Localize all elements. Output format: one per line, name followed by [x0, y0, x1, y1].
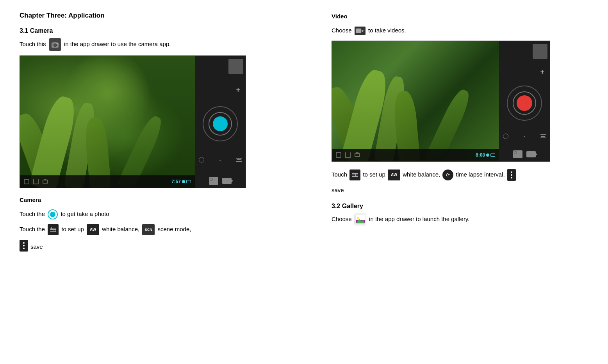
- svg-rect-17: [355, 174, 356, 176]
- settings-icon: [48, 224, 59, 235]
- camera-controls: + -: [195, 56, 246, 188]
- camera-app-icon: [49, 38, 61, 51]
- svg-point-21: [357, 217, 359, 219]
- scene-mode-icon: SCN: [142, 224, 155, 235]
- camera-settings-desc: Touch the to set up AW white balance, SC…: [20, 224, 276, 235]
- gallery-choose-paragraph: Choose in the app drawer to launch the g…: [332, 214, 588, 225]
- three-dots-icon: [20, 240, 28, 252]
- camera-view: 7:57: [20, 56, 195, 188]
- svg-point-2: [54, 44, 56, 46]
- svg-rect-3: [53, 42, 57, 43]
- svg-rect-10: [55, 230, 56, 232]
- section-31-heading: 3.1 Camera: [20, 27, 276, 34]
- camera-intro-paragraph: Touch this in the app drawer to use the …: [20, 38, 276, 51]
- shutter-button-icon: [48, 209, 58, 219]
- video-camera-view: 8:08: [332, 41, 499, 161]
- svg-marker-12: [362, 29, 364, 32]
- video-mode-icon: [355, 27, 366, 35]
- video-save-label: save: [332, 186, 588, 195]
- three-dots-save: save: [20, 240, 276, 252]
- video-settings-icon: [349, 170, 360, 180]
- video-wb-icon: AW: [388, 170, 400, 180]
- video-choose-paragraph: Choose to take videos.: [332, 26, 588, 35]
- column-divider: [304, 8, 304, 260]
- svg-rect-4: [57, 43, 58, 44]
- white-balance-icon: AW: [87, 224, 99, 235]
- time-display-right: 8:08: [476, 152, 485, 158]
- svg-rect-18: [357, 176, 358, 177]
- camera-svg: [51, 41, 59, 48]
- video-three-dots-icon: [507, 169, 516, 181]
- video-screenshot: 8:08 + -: [332, 41, 550, 162]
- time-display-left: 7:57: [171, 179, 181, 184]
- time-lapse-icon: ⟳: [442, 170, 453, 180]
- video-settings-desc: Touch to set up AW white balance, ⟳ time…: [332, 169, 588, 181]
- camera-screenshot: 7:57 + -: [20, 55, 246, 188]
- svg-rect-16: [353, 173, 354, 174]
- svg-rect-8: [51, 227, 52, 229]
- video-controls: + -: [499, 41, 550, 161]
- chapter-title: Chapter Three: Application: [20, 12, 276, 20]
- video-section-label: Video: [332, 12, 588, 21]
- section-32-heading: 3.2 Gallery: [332, 203, 588, 210]
- plus-label: +: [236, 86, 240, 94]
- settings-svg: [50, 226, 57, 233]
- svg-rect-11: [356, 29, 361, 33]
- camera-shutter-desc: Touch the to get take a photo: [20, 209, 276, 219]
- camera-section-label: Camera: [20, 195, 276, 205]
- gallery-app-icon: [355, 214, 366, 225]
- svg-rect-9: [53, 229, 54, 230]
